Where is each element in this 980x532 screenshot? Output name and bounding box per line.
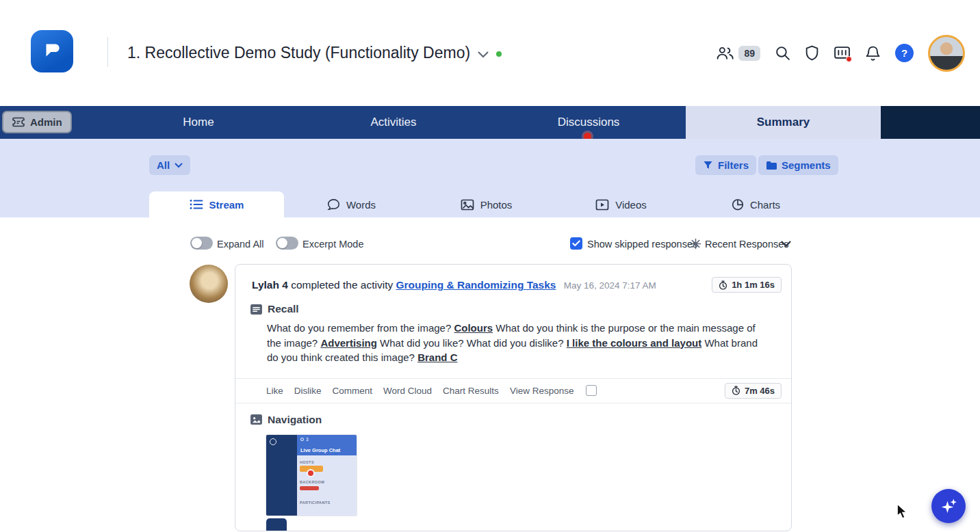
segments-label: Segments	[782, 159, 831, 171]
expand-all-label: Expand All	[217, 239, 264, 250]
filter-icon	[703, 160, 713, 170]
nav-dark-section	[881, 106, 980, 139]
author-name[interactable]: Lylah 4	[252, 279, 288, 291]
expand-all-toggle[interactable]	[190, 237, 213, 250]
mouse-cursor	[897, 503, 910, 523]
filters-label: Filters	[718, 159, 749, 171]
view-tab-videos[interactable]: Videos	[554, 191, 688, 217]
navigation-section-title: Navigation	[268, 414, 322, 426]
check-icon	[572, 240, 580, 247]
sort-order-icon[interactable]	[690, 238, 701, 250]
thumb-header: 3 Live Group Chat	[297, 435, 357, 455]
segments-icon	[766, 161, 777, 170]
scope-dropdown[interactable]: All	[149, 155, 190, 175]
search-icon[interactable]	[775, 45, 790, 61]
second-screenshot-thumbnail[interactable]	[266, 518, 287, 532]
show-skipped-label: Show skipped responses	[587, 239, 697, 250]
primary-nav: Home Activities Discussions Summary Admi…	[0, 106, 980, 139]
thumb-label-backroom: BACKROOM	[300, 480, 324, 484]
chevron-down-icon	[175, 163, 183, 168]
sort-dropdown-label[interactable]: Recent Responses	[705, 239, 789, 250]
nav-tab-summary[interactable]: Summary	[686, 106, 881, 139]
view-tab-label: Words	[346, 199, 376, 211]
view-tab-label: Photos	[480, 199, 513, 211]
filters-button[interactable]: Filters	[695, 155, 756, 175]
recall-response-text: What do you remember from the image? Col…	[267, 321, 766, 365]
recall-section-title: Recall	[268, 303, 299, 315]
study-selector[interactable]: 1. Recollective Demo Study (Functionalit…	[127, 0, 502, 106]
response-timestamp: May 16, 2024 7:17 AM	[564, 280, 656, 291]
dislike-button[interactable]: Dislike	[294, 386, 322, 396]
members-count-badge: 89	[738, 46, 760, 61]
online-status-dot	[496, 51, 502, 57]
ai-assistant-fab[interactable]	[931, 489, 966, 523]
task-note-icon	[250, 304, 262, 315]
comment-button[interactable]: Comment	[333, 386, 373, 396]
recollective-logo[interactable]	[31, 30, 73, 72]
response-author-avatar[interactable]	[190, 265, 228, 303]
toggle-knob	[277, 238, 287, 248]
photos-icon	[461, 199, 474, 211]
help-icon[interactable]: ?	[895, 44, 914, 62]
logo-glyph	[40, 40, 64, 63]
thumb-sidebar	[266, 435, 297, 516]
thumb-record-dot	[307, 469, 315, 477]
header-actions: 89 ?	[716, 0, 965, 106]
view-tab-words[interactable]: Words	[284, 191, 419, 217]
view-tabs: Stream Words Photos Videos Charts	[149, 191, 823, 217]
view-tab-label: Videos	[615, 199, 647, 211]
chart-results-button[interactable]: Chart Results	[443, 386, 499, 396]
admin-badge-icon	[12, 116, 25, 128]
record-icon	[300, 438, 304, 441]
response-card-header: Lylah 4 completed the activity Grouping …	[235, 265, 791, 293]
notification-dot	[846, 56, 852, 62]
show-skipped-checkbox[interactable]	[570, 237, 582, 250]
view-tab-stream[interactable]: Stream	[149, 191, 284, 217]
toggle-knob	[192, 238, 202, 248]
members-icon	[716, 45, 734, 61]
excerpt-mode-toggle[interactable]	[276, 237, 298, 250]
summary-subheader: All Filters Segments Stream Words Photos…	[0, 139, 980, 217]
videos-icon	[595, 199, 609, 211]
activity-link[interactable]: Grouping & Randomizing Tasks	[396, 279, 556, 291]
answer-text[interactable]: Advertising	[320, 337, 377, 349]
answer-text[interactable]: I like the colours and layout	[567, 337, 702, 349]
words-icon	[327, 198, 340, 211]
bell-icon[interactable]	[865, 45, 881, 62]
response-headline: Lylah 4 completed the activity Grouping …	[252, 277, 656, 291]
shield-icon[interactable]	[805, 45, 819, 61]
nav-tab-activities[interactable]: Activities	[325, 106, 462, 139]
admin-button[interactable]: Admin	[2, 111, 72, 133]
chevron-down-icon[interactable]	[781, 241, 791, 248]
view-response-button[interactable]: View Response	[510, 386, 574, 396]
navigation-screenshot-thumbnail[interactable]: 3 Live Group Chat HOSTS BACKROOM PARTICI…	[266, 435, 357, 516]
live-chat-icon[interactable]	[834, 45, 851, 61]
members-control[interactable]: 89	[716, 45, 760, 61]
word-cloud-button[interactable]: Word Cloud	[383, 386, 432, 396]
question-text: What do you remember from the image?	[267, 322, 454, 334]
task-duration-value: 7m 46s	[745, 386, 775, 396]
view-tab-photos[interactable]: Photos	[419, 191, 554, 217]
view-tab-charts[interactable]: Charts	[688, 191, 823, 217]
headline-action-text: completed the activity	[288, 279, 396, 291]
total-duration-value: 1h 1m 16s	[732, 280, 775, 290]
admin-label: Admin	[30, 116, 62, 128]
sparkles-icon	[940, 497, 958, 516]
chevron-down-icon[interactable]	[478, 51, 489, 58]
answer-text[interactable]: Brand C	[417, 351, 457, 363]
page-title: 1. Recollective Demo Study (Functionalit…	[127, 44, 470, 62]
stream-icon	[190, 199, 203, 210]
stopwatch-icon	[732, 386, 740, 395]
like-button[interactable]: Like	[266, 386, 283, 396]
segments-button[interactable]: Segments	[758, 155, 838, 175]
user-avatar[interactable]	[928, 35, 965, 72]
view-tab-label: Stream	[209, 199, 244, 211]
charts-icon	[732, 198, 744, 211]
question-text: What did you like? What did you dislike?	[377, 337, 567, 349]
thumb-badge-count: 3	[306, 437, 309, 442]
select-response-checkbox[interactable]	[586, 385, 597, 396]
thumb-live-badge: 3	[300, 437, 353, 442]
answer-text[interactable]: Colours	[454, 322, 493, 334]
nav-tab-home[interactable]: Home	[130, 106, 267, 139]
stopwatch-icon	[719, 280, 727, 290]
